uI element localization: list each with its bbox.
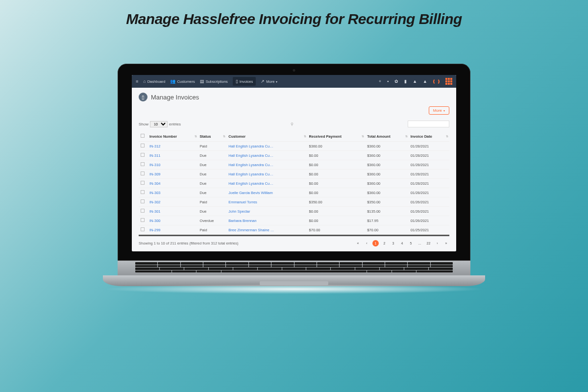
row-checkbox[interactable] [141, 190, 145, 194]
row-checkbox[interactable] [141, 172, 145, 175]
bell-icon[interactable]: ▲ [413, 79, 417, 84]
date-cell: 01/26/2021 [409, 216, 449, 225]
plus-icon[interactable]: + [379, 79, 381, 84]
received-cell: $0.00 [307, 216, 366, 225]
table-row: IN-301 Due John Spectar $0.00 $135.00 01… [139, 207, 449, 216]
lock-icon[interactable]: ▮ [404, 79, 407, 84]
row-checkbox[interactable] [141, 181, 145, 185]
table-row: IN-304 Due Hall English Lysandra Cunni..… [139, 179, 449, 188]
invoice-link[interactable]: IN-310 [149, 163, 161, 167]
page-next[interactable]: › [434, 240, 441, 246]
total-cell: $360.00 [365, 170, 409, 179]
col-total[interactable]: Total Amount⇅ [365, 131, 409, 142]
show-label: Show [139, 122, 148, 126]
table-row: IN-300 Overdue Barbara Brennan $0.00 $17… [139, 216, 449, 225]
table-footer: Showing 1 to 10 of 211 entries (filtered… [132, 236, 456, 251]
toolbar-row: More ▾ [132, 106, 456, 118]
nav-subscriptions[interactable]: ▤ Subscriptions [200, 79, 228, 84]
customer-link[interactable]: Hall English Lysandra Cunni... [228, 172, 275, 176]
search-icon[interactable]: ⚲ [291, 122, 294, 126]
table-row: IN-303 Due Joelle Garcia Bevis William $… [139, 188, 449, 197]
table-row: IN-302 Paid Emmanuel Torres $350.00 $350… [139, 197, 449, 207]
invoice-link[interactable]: IN-304 [149, 181, 161, 186]
received-cell: $0.00 [307, 151, 366, 160]
user-icon[interactable]: ▲ [423, 79, 427, 84]
row-checkbox[interactable] [141, 199, 145, 203]
col-invoice-number[interactable]: Invoice Number⇅ [147, 131, 198, 142]
invoice-link[interactable]: IN-302 [149, 200, 161, 204]
page-number[interactable]: 3 [390, 240, 396, 246]
date-cell: 01/25/2021 [409, 225, 449, 235]
invoice-link[interactable]: IN-300 [149, 219, 161, 223]
row-checkbox[interactable] [141, 162, 145, 166]
date-cell: 01/28/2021 [409, 142, 449, 151]
invoice-link[interactable]: IN-299 [149, 228, 161, 232]
col-status[interactable]: Status⇅ [198, 131, 227, 142]
invoice-link[interactable]: IN-311 [149, 153, 161, 158]
apps-grid-icon[interactable] [445, 78, 452, 85]
row-checkbox[interactable] [141, 227, 145, 231]
received-cell: $0.00 [307, 170, 366, 179]
customer-link[interactable]: Hall English Lysandra Cunni... [228, 181, 275, 186]
select-all-checkbox[interactable] [141, 134, 145, 138]
col-received[interactable]: Received Payment⇅ [307, 131, 366, 142]
row-checkbox[interactable] [141, 153, 145, 157]
status-cell: Due [198, 207, 227, 216]
nav-dashboard[interactable]: ⌂ Dashboard [143, 79, 165, 84]
date-cell: 01/28/2021 [409, 151, 449, 160]
invoice-link[interactable]: IN-301 [149, 209, 161, 214]
invoice-link[interactable]: IN-303 [149, 191, 161, 195]
page-prev[interactable]: ‹ [364, 240, 370, 246]
customer-link[interactable]: Hall English Lysandra Cunni... [228, 153, 275, 158]
row-checkbox[interactable] [141, 209, 145, 213]
invoice-link[interactable]: IN-309 [149, 172, 161, 176]
row-checkbox[interactable] [141, 218, 145, 222]
page-number[interactable]: ... [416, 240, 423, 246]
invoice-link[interactable]: IN-312 [149, 144, 161, 148]
nav-more-label: More [266, 79, 274, 84]
trackpad [260, 281, 328, 285]
received-cell: $360.00 [307, 142, 366, 151]
page-last[interactable]: » [443, 240, 449, 246]
nav-more[interactable]: ↗ More ▾ [261, 79, 277, 84]
menu-icon[interactable]: ≡ [136, 79, 138, 84]
col-date[interactable]: Invoice Date⇅ [409, 131, 449, 142]
customer-link[interactable]: Bree Zimmerman Shaine Ha... [228, 228, 275, 232]
invoices-table: Invoice Number⇅ Status⇅ Customer⇅ Receiv… [139, 131, 449, 235]
total-cell: $360.00 [365, 142, 409, 151]
nav-invoices[interactable]: ▯ Invoices [233, 77, 256, 86]
customer-link[interactable]: Barbara Brennan [228, 219, 275, 223]
customer-link[interactable]: Hall English Lysandra Cunni... [228, 144, 275, 148]
calendar-icon: ▤ [200, 79, 204, 84]
customer-link[interactable]: Hall English Lysandra Cunni... [228, 163, 275, 167]
more-button-label: More [433, 108, 442, 113]
nav-customers[interactable]: 👥 Customers [170, 79, 195, 84]
customer-link[interactable]: Joelle Garcia Bevis William [228, 191, 275, 195]
col-customer[interactable]: Customer⇅ [226, 131, 307, 142]
page-number[interactable]: 4 [399, 240, 405, 246]
nav-dashboard-label: Dashboard [147, 79, 166, 84]
page-first[interactable]: « [355, 240, 361, 246]
date-cell: 01/28/2021 [409, 170, 449, 179]
row-checkbox[interactable] [141, 144, 145, 147]
table-row: IN-299 Paid Bree Zimmerman Shaine Ha... … [139, 225, 449, 235]
page-number[interactable]: 5 [408, 240, 414, 246]
page-number[interactable]: 22 [425, 240, 432, 246]
square-icon[interactable]: ▪ [387, 79, 389, 84]
sort-icon: ⇅ [304, 134, 306, 138]
page-title: Manage Invoices [151, 94, 199, 101]
page-number[interactable]: 1 [372, 240, 379, 246]
pagination: « ‹ 12345...22 › » [355, 240, 449, 246]
more-button[interactable]: More ▾ [429, 106, 449, 115]
sort-icon: ⇅ [405, 134, 408, 138]
page-number[interactable]: 2 [381, 240, 388, 246]
total-cell: $70.00 [365, 225, 409, 235]
search-input[interactable] [408, 121, 449, 127]
entries-select[interactable]: 10 [150, 121, 168, 127]
top-navbar: ≡ ⌂ Dashboard 👥 Customers ▤ Subscription… [132, 75, 456, 88]
logo-icon[interactable] [433, 78, 440, 85]
nav-invoices-label: Invoices [240, 79, 253, 84]
customer-link[interactable]: Emmanuel Torres [228, 200, 275, 204]
customer-link[interactable]: John Spectar [228, 209, 275, 214]
gear-icon[interactable]: ✿ [394, 79, 398, 84]
